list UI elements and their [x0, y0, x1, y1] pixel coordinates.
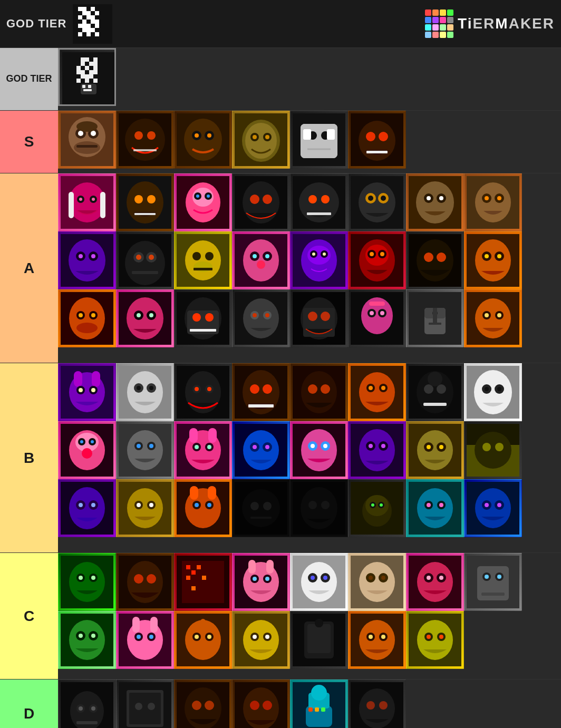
- svg-rect-414: [186, 576, 190, 580]
- a-label-text: A: [24, 260, 34, 277]
- svg-point-106: [379, 132, 388, 141]
- svg-point-179: [265, 254, 269, 258]
- list-item: [58, 48, 116, 106]
- svg-point-427: [301, 562, 337, 602]
- tier-label-b: B: [0, 363, 58, 552]
- svg-rect-107: [366, 151, 388, 153]
- svg-rect-421: [266, 560, 274, 574]
- pixel-icon: [73, 4, 112, 44]
- svg-point-448: [485, 575, 489, 579]
- svg-point-398: [485, 503, 489, 507]
- svg-point-276: [250, 384, 259, 394]
- svg-point-186: [312, 253, 315, 256]
- svg-point-233: [308, 312, 317, 321]
- svg-rect-8: [86, 11, 91, 15]
- svg-rect-44: [93, 62, 98, 66]
- list-item: [58, 553, 116, 611]
- svg-point-162: [125, 241, 165, 285]
- list-item: [290, 611, 348, 669]
- svg-rect-16: [78, 20, 82, 24]
- svg-point-363: [149, 503, 153, 507]
- svg-rect-376: [250, 517, 272, 519]
- list-item: [116, 231, 174, 289]
- svg-point-482: [315, 619, 323, 627]
- svg-point-115: [92, 198, 95, 201]
- svg-rect-55: [76, 74, 81, 79]
- list-item: [348, 553, 406, 611]
- list-item: [406, 421, 464, 479]
- tier-label-a: A: [0, 173, 58, 363]
- list-item: [174, 479, 232, 537]
- list-item: [116, 289, 174, 347]
- svg-rect-136: [307, 212, 331, 215]
- svg-rect-18: [86, 20, 91, 24]
- svg-rect-64: [93, 79, 98, 83]
- svg-point-249: [475, 298, 511, 338]
- svg-point-273: [207, 387, 211, 391]
- list-item: [174, 289, 232, 347]
- svg-rect-450: [481, 593, 505, 596]
- svg-point-200: [475, 239, 511, 282]
- svg-point-470: [195, 635, 199, 639]
- svg-point-144: [416, 181, 454, 224]
- svg-point-513: [250, 701, 259, 710]
- list-item: [174, 231, 232, 289]
- list-item: [116, 421, 174, 479]
- svg-point-339: [369, 444, 373, 448]
- svg-rect-35: [95, 32, 99, 36]
- svg-point-300: [497, 387, 501, 391]
- svg-point-493: [427, 635, 431, 639]
- svg-rect-33: [86, 32, 91, 36]
- svg-rect-173: [194, 268, 212, 270]
- svg-rect-317: [189, 428, 198, 443]
- svg-point-357: [91, 503, 95, 507]
- svg-rect-42: [85, 62, 89, 66]
- list-item: [58, 231, 116, 289]
- tier-label-god: GOD TIER: [0, 48, 58, 110]
- svg-point-471: [207, 635, 211, 639]
- svg-rect-9: [91, 11, 95, 15]
- list-item: [58, 289, 116, 347]
- svg-rect-293: [423, 403, 447, 406]
- list-item: [290, 363, 348, 421]
- svg-rect-4: [91, 7, 95, 11]
- list-item: [58, 611, 116, 669]
- svg-rect-56: [81, 74, 85, 79]
- list-item: [348, 289, 406, 347]
- list-item: [290, 479, 348, 537]
- svg-point-165: [136, 255, 141, 260]
- svg-rect-63: [89, 79, 93, 83]
- svg-point-77: [76, 121, 98, 132]
- svg-point-228: [253, 313, 257, 317]
- svg-point-296: [474, 370, 512, 414]
- svg-point-288: [381, 386, 385, 390]
- svg-point-442: [427, 576, 431, 580]
- svg-point-253: [497, 313, 501, 317]
- page-title: GOD TIER: [6, 17, 66, 31]
- svg-point-439: [417, 562, 453, 602]
- list-item: [174, 173, 232, 231]
- svg-point-131: [263, 195, 272, 204]
- svg-point-180: [257, 260, 265, 269]
- list-item: [406, 173, 464, 231]
- svg-point-261: [91, 388, 95, 392]
- svg-rect-278: [248, 404, 274, 407]
- svg-point-84: [184, 119, 222, 161]
- svg-point-216: [137, 313, 141, 317]
- list-item: [464, 231, 522, 289]
- svg-point-350: [482, 443, 491, 451]
- svg-rect-62: [85, 79, 89, 83]
- tier-row-b: B: [0, 363, 561, 552]
- svg-point-510: [205, 701, 214, 710]
- svg-point-378: [301, 487, 337, 529]
- list-item: [232, 289, 290, 347]
- svg-rect-67: [88, 85, 91, 88]
- svg-point-193: [370, 252, 374, 256]
- svg-rect-101: [303, 129, 311, 140]
- list-item: [464, 479, 522, 537]
- svg-rect-23: [86, 24, 91, 28]
- svg-point-166: [149, 255, 154, 260]
- svg-rect-5: [95, 7, 99, 11]
- svg-rect-38: [85, 57, 89, 62]
- svg-point-169: [185, 240, 221, 280]
